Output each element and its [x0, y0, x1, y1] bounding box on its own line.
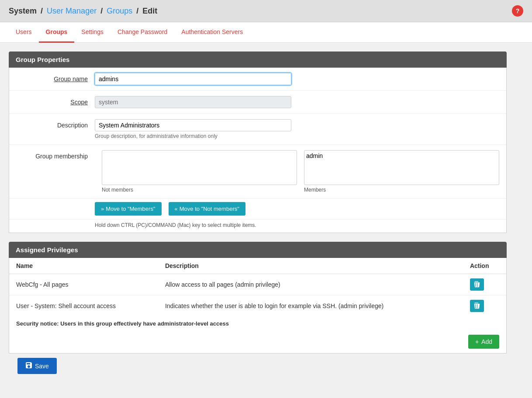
breadcrumb-groups[interactable]: Groups — [107, 7, 132, 15]
move-to-members-button[interactable]: » Move to "Members" — [95, 202, 162, 216]
col-description: Description — [158, 258, 463, 274]
group-properties-panel: Group name Scope Description Group descr… — [9, 68, 507, 233]
members-label: Members — [304, 187, 499, 193]
save-label: Save — [35, 363, 49, 370]
delete-button-0[interactable] — [470, 278, 484, 291]
breadcrumb-edit: Edit — [142, 7, 157, 15]
sep3: / — [136, 7, 138, 15]
description-label: Description — [16, 119, 95, 129]
scope-input[interactable] — [95, 96, 291, 108]
tab-authentication-servers[interactable]: Authentication Servers — [174, 22, 250, 43]
save-icon — [25, 362, 32, 370]
not-members-label: Not members — [102, 187, 297, 193]
save-button[interactable]: Save — [17, 358, 57, 374]
privileges-table: Name Description Action WebCfg - All pag… — [9, 258, 506, 316]
col-action: Action — [463, 258, 506, 274]
priv-desc-0: Allow access to all pages (admin privile… — [158, 274, 463, 295]
members-list[interactable]: admin — [304, 150, 499, 185]
table-row: User - System: Shell account access Indi… — [9, 295, 506, 317]
description-row: Description Group description, for admin… — [9, 114, 506, 145]
group-name-row: Group name — [9, 68, 506, 91]
help-button[interactable]: ? — [512, 5, 523, 17]
member-admin[interactable]: admin — [306, 152, 497, 160]
description-control: Group description, for administrative in… — [95, 119, 499, 139]
description-input[interactable] — [95, 119, 291, 131]
group-name-control — [95, 73, 499, 85]
priv-name-0: WebCfg - All pages — [9, 274, 158, 295]
group-membership-row: Group membership Not members admin Membe… — [9, 145, 506, 199]
priv-action-0 — [463, 274, 506, 295]
tab-settings[interactable]: Settings — [74, 22, 111, 43]
priv-table-header-row: Name Description Action — [9, 258, 506, 274]
priv-name-1: User - System: Shell account access — [9, 295, 158, 317]
group-name-label: Group name — [16, 73, 95, 82]
tab-groups[interactable]: Groups — [39, 22, 75, 43]
tabs-bar: Users Groups Settings Change Password Au… — [0, 22, 532, 43]
add-label: Add — [481, 338, 492, 345]
breadcrumb: System / User Manager / Groups / Edit — [9, 7, 157, 16]
membership-actions: » Move to "Members" « Move to "Not membe… — [9, 199, 506, 220]
security-notice-row: Security notice: Users in this group eff… — [9, 316, 506, 330]
tab-change-password[interactable]: Change Password — [111, 22, 174, 43]
breadcrumb-user-manager[interactable]: User Manager — [47, 7, 97, 15]
priv-action-1 — [463, 295, 506, 317]
scope-control — [95, 96, 499, 108]
main-content: Group Properties Group name Scope Descri… — [0, 43, 515, 387]
delete-button-1[interactable] — [470, 300, 484, 312]
not-members-list[interactable] — [102, 150, 297, 185]
table-row: WebCfg - All pages Allow access to all p… — [9, 274, 506, 295]
breadcrumb-system: System — [9, 7, 37, 15]
sep2: / — [100, 7, 103, 15]
privileges-panel: Name Description Action WebCfg - All pag… — [9, 258, 507, 353]
members-wrap: admin Members — [304, 150, 499, 193]
membership-boxes: Not members admin Members — [102, 150, 499, 193]
move-to-not-members-button[interactable]: « Move to "Not members" — [169, 202, 245, 216]
sep1: / — [41, 7, 43, 15]
not-members-wrap: Not members — [102, 150, 297, 193]
scope-label: Scope — [16, 96, 95, 106]
ctrl-hint: Hold down CTRL (PC)/COMMAND (Mac) key to… — [9, 220, 506, 233]
tab-users[interactable]: Users — [9, 22, 39, 43]
breadcrumb-bar: System / User Manager / Groups / Edit ? — [0, 0, 532, 22]
security-notice-text: Security notice: Users in this group eff… — [16, 320, 229, 327]
group-membership-label: Group membership — [16, 150, 95, 160]
priv-desc-1: Indicates whether the user is able to lo… — [158, 295, 463, 317]
move-to-not-members-label: Move to "Not members" — [180, 206, 239, 212]
chevron-left-icon: « — [175, 206, 178, 212]
scope-row: Scope — [9, 91, 506, 114]
group-name-input[interactable] — [95, 73, 291, 85]
chevron-right-icon: » — [101, 206, 104, 212]
description-help-text: Group description, for administrative in… — [95, 133, 499, 139]
assigned-privileges-header: Assigned Privileges — [9, 242, 507, 258]
move-to-members-label: Move to "Members" — [106, 206, 155, 212]
group-properties-header: Group Properties — [9, 51, 507, 68]
plus-icon: + — [475, 338, 479, 345]
add-button[interactable]: + Add — [468, 335, 499, 349]
col-name: Name — [9, 258, 158, 274]
group-properties-section: Group Properties Group name Scope Descri… — [9, 51, 507, 233]
assigned-privileges-section: Assigned Privileges Name Description Act… — [9, 242, 507, 353]
add-row: + Add — [9, 330, 506, 353]
save-row: Save — [9, 353, 507, 378]
